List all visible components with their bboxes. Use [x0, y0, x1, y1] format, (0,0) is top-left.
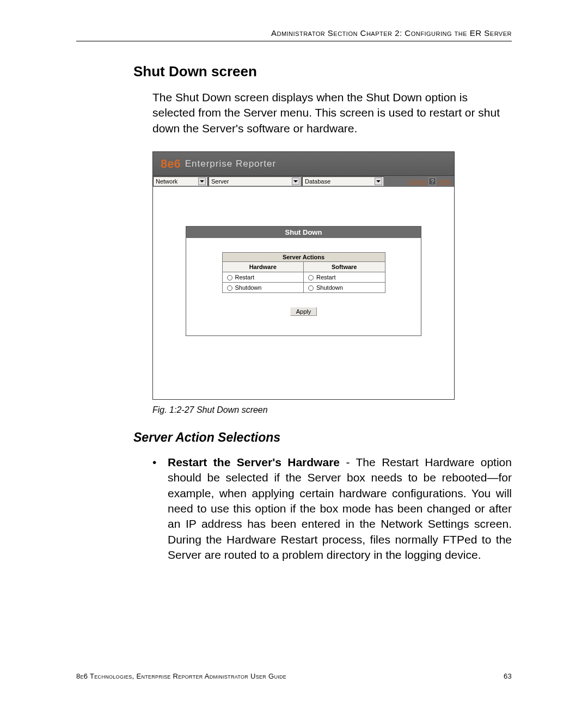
section-title: Shut Down screen	[133, 63, 512, 80]
bullet-body: The Restart Hardware option should be se…	[168, 456, 512, 561]
bullet-content: Restart the Server's Hardware - The Rest…	[168, 455, 512, 563]
database-menu[interactable]: Database	[302, 176, 384, 186]
hw-shutdown-label: Shutdown	[235, 284, 262, 291]
network-menu-label: Network	[156, 178, 177, 185]
screenshot-figure: 8e6 Enterprise Reporter Network Server D…	[152, 151, 455, 400]
shutdown-panel: Shut Down Server Actions Hardware Softwa…	[186, 226, 421, 336]
chevron-down-icon[interactable]	[375, 178, 382, 185]
figure-caption: Fig. 1:2-27 Shut Down screen	[152, 405, 512, 415]
database-menu-label: Database	[305, 178, 330, 185]
sw-shutdown-cell[interactable]: Shutdown	[304, 283, 385, 293]
bullet-item: • Restart the Server's Hardware - The Re…	[152, 455, 512, 563]
hw-restart-label: Restart	[235, 274, 254, 280]
bullet-sep: -	[340, 456, 356, 468]
radio-icon[interactable]	[227, 285, 232, 291]
col-software: Software	[304, 262, 385, 272]
server-menu[interactable]: Server	[209, 176, 301, 186]
page-number: 63	[504, 672, 512, 680]
apply-button[interactable]: Apply	[290, 307, 317, 316]
footer-left: 8e6 Technologies, Enterprise Reporter Ad…	[76, 672, 286, 680]
app-titlebar: 8e6 Enterprise Reporter	[153, 152, 454, 176]
brand-title: Enterprise Reporter	[185, 158, 276, 169]
sw-restart-cell[interactable]: Restart	[304, 272, 385, 283]
actions-header: Server Actions	[222, 253, 385, 262]
hw-shutdown-cell[interactable]: Shutdown	[222, 283, 304, 293]
logout-link[interactable]: Logout	[408, 178, 427, 185]
help-link[interactable]: Help	[438, 178, 451, 185]
help-icon[interactable]: ?	[428, 178, 436, 185]
menubar-links: Logout ? Help	[408, 176, 454, 187]
brand-logo-text: 8e6	[161, 157, 181, 171]
bullet-glyph: •	[152, 455, 168, 563]
app-body: Shut Down Server Actions Hardware Softwa…	[153, 187, 454, 399]
panel-title: Shut Down	[186, 227, 421, 238]
page-footer: 8e6 Technologies, Enterprise Reporter Ad…	[76, 672, 512, 680]
bullet-bold: Restart the Server's Hardware	[168, 456, 340, 468]
intro-paragraph: The Shut Down screen displays when the S…	[152, 90, 512, 136]
radio-icon[interactable]	[308, 285, 314, 291]
sw-restart-label: Restart	[316, 274, 335, 280]
hw-restart-cell[interactable]: Restart	[222, 272, 304, 283]
subsection-title: Server Action Selections	[133, 430, 512, 445]
server-actions-table: Server Actions Hardware Software Restart…	[222, 252, 385, 293]
menubar: Network Server Database Logout ? Help	[153, 176, 454, 187]
radio-icon[interactable]	[308, 275, 314, 280]
chevron-down-icon[interactable]	[292, 178, 299, 185]
chevron-down-icon[interactable]	[198, 178, 206, 185]
network-menu[interactable]: Network	[153, 176, 207, 186]
running-head: Administrator Section Chapter 2: Configu…	[76, 28, 512, 41]
server-menu-label: Server	[211, 178, 229, 185]
sw-shutdown-label: Shutdown	[316, 284, 343, 291]
radio-icon[interactable]	[227, 275, 232, 280]
col-hardware: Hardware	[222, 262, 304, 272]
